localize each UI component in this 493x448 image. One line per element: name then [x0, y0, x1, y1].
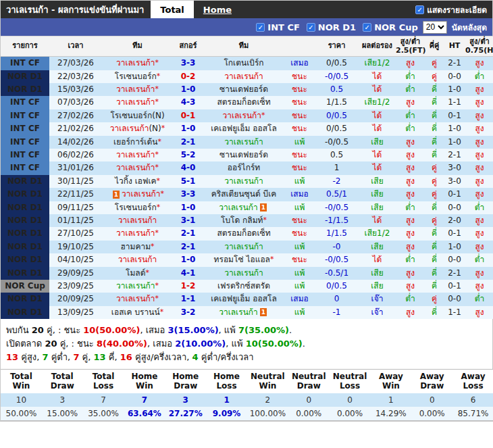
summary-segment: 20 — [45, 339, 57, 349]
match-table-header-row: รายการเวลาทีมสกอร์ทีมราคาผลต่อรองสูง/ต่ำ… — [1, 36, 493, 57]
league-filter-nor-cup[interactable]: ✓NOR Cup — [363, 22, 418, 32]
handicap-result-value: ได้ — [373, 150, 382, 159]
result-cell: ชนะ — [284, 227, 315, 240]
summary-segment: 20 — [32, 325, 44, 335]
league-cell: NOR D1 — [1, 306, 49, 319]
league-cell: INT CF — [1, 161, 49, 174]
halftime-score-cell: 3-0 — [444, 161, 465, 174]
result-cell: เสมอ — [284, 293, 315, 305]
home-team-cell: วาเลเรนก้า — [102, 214, 173, 227]
stats-header: Away Draw — [411, 370, 452, 393]
result-value: เสมอ — [290, 190, 309, 199]
home-team-cell: โรเซนบอร์ก(N) — [102, 109, 173, 122]
halftime-score-cell: 1-1 — [444, 96, 465, 109]
stats-header: Total Draw — [42, 370, 83, 393]
match-row: INT CF06/02/26วาเลเรนก้า*5-2ซานเดฟยอร์ดช… — [1, 149, 493, 161]
halftime-score-cell: 0-0 — [444, 293, 465, 305]
odds-cell: 0/0.5 — [315, 109, 359, 122]
star-mark: * — [161, 189, 165, 198]
summary-segment: 10(50.00%) — [83, 325, 140, 335]
summary-segment: 13 — [6, 352, 18, 362]
league-filter-nor-d1[interactable]: ✓NOR D1 — [307, 22, 356, 32]
league-filter-label: NOR D1 — [318, 22, 356, 32]
column-header: ผลต่อรอง — [359, 36, 396, 57]
result-value: เสมอ — [290, 59, 309, 68]
handicap-odds-value: -1/1.5 — [325, 216, 348, 225]
over-under-ft-cell: สูง — [396, 161, 425, 174]
over-under-ft-value: สูง — [406, 163, 415, 172]
match-row: NOR D127/10/25วาเลเรนก้า*2-1สตรอมก็อดเซ็… — [1, 227, 493, 240]
show-detail-checkbox[interactable]: ✓ แสดงรายละเอียด — [415, 3, 487, 16]
handicap-odds-value: 0/0.5 — [326, 111, 347, 120]
result-value: แพ้ — [294, 177, 305, 186]
home-team-cell: วาเลเรนก้า* — [102, 293, 173, 305]
summary-segment: คู่ต่ำ/ครึ่งเวลา — [199, 352, 254, 362]
red-card-icon: 1 — [113, 191, 120, 199]
summary-segment: . — [289, 325, 292, 335]
odd-even-cell: คี่ — [425, 227, 444, 240]
summary-segment: 2(10.00%) — [175, 339, 226, 349]
team-name: วาเลเรนก้า — [116, 58, 155, 68]
home-team-cell: วาเลเรนก้า* — [102, 83, 173, 96]
star-mark: * — [161, 124, 165, 132]
summary-segment: คู่, : ชนะ — [44, 325, 83, 335]
odd-even-value: คี่ — [432, 150, 437, 159]
score-cell: 3-3 — [173, 57, 203, 70]
result-cell: ชนะ — [284, 109, 315, 122]
home-team-cell: วาเลเรนก้า* — [102, 96, 173, 109]
result-value: ชนะ — [292, 111, 307, 121]
over-under-ft-cell: ต่ำ — [396, 109, 425, 122]
result-cell: ชนะ — [284, 96, 315, 109]
stats-value: 35.00% — [83, 407, 124, 421]
summary-lines: พบกัน 20 คู่, : ชนะ 10(50.00%), เสมอ 3(1… — [1, 319, 492, 368]
stats-value: 0 — [288, 393, 330, 407]
halftime-score-cell: 0-0 — [444, 70, 465, 83]
odd-even-value: คี่ — [432, 268, 437, 278]
match-row: NOR D115/03/26วาเลเรนก้า*1-0ซานเดฟยอร์ดช… — [1, 83, 493, 96]
over-under-ht-cell: สูง — [465, 149, 493, 161]
away-team-cell: วาเลเรนก้า — [203, 175, 284, 188]
match-count-select[interactable]: 20 — [423, 21, 447, 34]
away-team-cell: โกเตนเบิร์ก — [203, 57, 284, 70]
over-under-ft-value: สูง — [406, 242, 415, 251]
score-cell: 1-2 — [173, 280, 203, 293]
league-cell: NOR D1 — [1, 201, 49, 214]
score-cell: 1-0 — [173, 253, 203, 266]
stats-header: Home Win — [124, 370, 165, 393]
handicap-result-cell: เสีย — [359, 175, 396, 188]
team-name: วาเลเรนก้า — [222, 111, 261, 120]
over-under-ht-value: สูง — [475, 216, 484, 225]
league-filter-int-cf[interactable]: ✓INT CF — [256, 22, 300, 32]
result-cell: ชนะ — [284, 83, 315, 96]
halftime-score-cell: 2-1 — [444, 267, 465, 280]
tab-total[interactable]: Total — [151, 1, 194, 18]
tab-home[interactable]: Home — [194, 1, 241, 18]
score-value: 3-3 — [181, 189, 196, 199]
over-under-ft-value: สูง — [406, 150, 415, 159]
odd-even-value: คี่ — [432, 137, 437, 147]
summary-segment: คู่ต่ำ, — [49, 352, 74, 362]
score-cell: 4-3 — [173, 96, 203, 109]
result-value: แพ้ — [294, 203, 305, 213]
team-name: สตรอมก็อดเซ็ท — [217, 97, 270, 107]
over-under-ft-value: ต่ำ — [405, 294, 415, 303]
over-under-ht-cell: สูง — [465, 175, 493, 188]
score-value: 3-3 — [181, 58, 196, 68]
over-under-ht-cell: สูง — [465, 267, 493, 280]
over-under-ht-value: ต่ำ — [475, 72, 485, 81]
away-team-cell: วาเลเรนก้า — [203, 267, 284, 280]
handicap-result-value: เสีย — [371, 281, 383, 291]
halftime-score-cell: 0-0 — [444, 201, 465, 214]
score-cell: 5-2 — [173, 149, 203, 161]
result-value: เสมอ — [290, 295, 309, 304]
stats-percents-row: 50.00%15.00%35.00%63.64%27.27%9.09%100.0… — [1, 407, 493, 421]
summary-segment: คู่สูง/ครึ่งเวลา, — [132, 352, 192, 362]
red-card-icon: 1 — [260, 308, 267, 316]
handicap-odds-value: -0.5/1 — [325, 268, 348, 278]
away-team-cell: เฟรดริกซ์สตรัด — [203, 280, 284, 293]
summary-segment: คี่, — [106, 352, 120, 362]
halftime-score-cell: 1-0 — [444, 83, 465, 96]
result-cell: แพ้ — [284, 267, 315, 280]
score-cell: 1-0 — [173, 122, 203, 135]
halftime-score-cell: 1-0 — [444, 122, 465, 135]
